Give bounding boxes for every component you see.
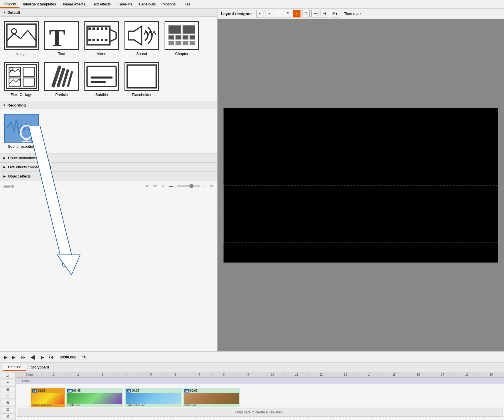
object-video[interactable]: Video (83, 19, 120, 58)
time-mark-label: Time mark: (344, 11, 363, 16)
tl-tool-6[interactable]: ⊡ (1, 407, 14, 412)
object-placeholder[interactable]: Placeholder (123, 60, 160, 98)
clip-birds[interactable]: AB 00:05 Birds online.jpg (124, 388, 182, 407)
object-effects-section[interactable]: ▶ Object effects (0, 171, 217, 181)
chapter-label: Chapter (175, 52, 188, 56)
ruler-2: 2 (66, 373, 90, 376)
layout-option-btn[interactable]: ⊞▾ (330, 10, 340, 17)
ab-badge-first: AB (32, 389, 37, 393)
fast-forward-button[interactable]: ⏭ (48, 354, 54, 360)
playhead[interactable] (28, 384, 28, 407)
align-right-btn[interactable]: ⊣ (321, 10, 328, 17)
svg-rect-9 (88, 39, 91, 41)
svg-line-15 (110, 39, 116, 42)
ruler-17: 17 (430, 373, 454, 376)
ruler-9: 9 (236, 373, 260, 376)
clip-colibri[interactable]: AB 00:05 Colibri.jpg (66, 388, 123, 407)
grid-btn[interactable]: # (284, 10, 291, 17)
clip-name-colibri: Colibri.jpg (67, 404, 80, 406)
svg-rect-20 (169, 35, 174, 39)
objects-grid: Image T Text (0, 17, 217, 101)
minus-btn[interactable]: — (275, 10, 282, 17)
check-btn[interactable]: ✓ (266, 10, 273, 17)
menu-fade-ins[interactable]: Fade-ins (114, 1, 136, 7)
search-input[interactable] (2, 184, 143, 188)
tl-tool-7[interactable]: ⊕ (1, 413, 14, 419)
zoom-out-button[interactable]: — (168, 183, 174, 189)
menu-intelligent-templates[interactable]: Intelligent templates (19, 1, 60, 7)
object-effects-label: Object effects (8, 174, 31, 178)
object-image[interactable]: Image (3, 19, 40, 58)
step-play-button[interactable]: ▶| (11, 354, 18, 360)
clip-thumb-first (32, 393, 64, 404)
live-effects-arrow: ▶ (3, 165, 6, 169)
subtitle-label: Subtitle (95, 92, 108, 97)
svg-point-1 (11, 29, 16, 33)
route-section[interactable]: ▶ Route animations (0, 153, 217, 162)
clip-first[interactable]: AB 00:05 golden light.jpg (31, 388, 65, 407)
subtitle-icon (85, 63, 118, 90)
tl-tool-3[interactable]: ⊞ (1, 387, 14, 392)
recording-title: Recording (7, 103, 26, 107)
svg-rect-11 (97, 39, 99, 41)
menu-image-effects[interactable]: Image effects (60, 1, 89, 7)
clip-name-dogs: 3 dogs.jpg (184, 404, 197, 406)
object-sound[interactable]: Sound (123, 19, 160, 58)
settings-button[interactable]: ⚙ (209, 183, 215, 189)
next-frame-button[interactable]: |▶ (38, 354, 45, 360)
align-left-btn[interactable]: ⊢ (311, 10, 319, 17)
tl-tool-4[interactable]: ⊟ (1, 393, 14, 399)
tab-timeline[interactable]: Timeline (3, 364, 26, 371)
recording-section-header[interactable]: ▼ Recording (0, 101, 217, 109)
playback-bar: ▶ ▶| ⏮ ◀| |▶ ⏭ 00:00.000 👁 (0, 352, 504, 363)
tl-tool-2[interactable]: ✂ (1, 380, 14, 385)
rewind-button[interactable]: ⏮ (20, 354, 27, 360)
object-text[interactable]: T Text (43, 19, 80, 58)
tl-tool-1[interactable]: ≡| (1, 373, 14, 378)
menu-motions[interactable]: Motions (159, 1, 179, 7)
tl-tool-5[interactable]: ⊠ (1, 400, 14, 405)
timeline-settings-button[interactable]: 👁 (81, 354, 88, 360)
clear-search-button[interactable]: ✕ (145, 183, 150, 189)
svg-rect-19 (183, 25, 195, 33)
flexi-collage-icon (5, 63, 38, 90)
tab-storyboard[interactable]: Storyboard (26, 364, 54, 370)
svg-rect-6 (97, 27, 99, 30)
live-effects-section[interactable]: ▶ Live effects / Video effects (0, 162, 217, 171)
clip-thumb-birds (126, 393, 181, 404)
svg-rect-8 (105, 27, 108, 30)
object-effects-arrow: ▶ (3, 175, 6, 178)
fit-btn[interactable]: ⊡ (302, 10, 310, 17)
menu-objects[interactable]: Objects (0, 1, 19, 8)
object-subtitle[interactable]: Subtitle (83, 60, 120, 98)
object-chapter[interactable]: Chapter (163, 19, 200, 58)
menu-fade-outs[interactable]: Fade-outs (136, 1, 159, 7)
ab-badge-birds: AB (126, 389, 131, 393)
zoom-in-button[interactable]: + (203, 183, 207, 189)
particle-label: Particle (55, 92, 68, 97)
zoom-slider-thumb[interactable] (189, 184, 193, 188)
menu-files[interactable]: Files (179, 1, 194, 7)
select-tool-btn[interactable]: ↖ (256, 10, 264, 17)
object-particle[interactable]: Particle (43, 60, 80, 98)
prev-frame-button[interactable]: ◀| (29, 354, 36, 360)
default-section-header[interactable]: ▼ Default (0, 9, 217, 17)
play-button[interactable]: ▶ (3, 354, 9, 360)
star-button[interactable]: ☆ (160, 183, 166, 189)
sound-icon (125, 22, 158, 49)
object-flexi-collage[interactable]: Flexi-Collage (3, 60, 40, 98)
sound-icon-box (124, 21, 159, 50)
svg-rect-7 (101, 27, 103, 30)
ruler-18: 18 (454, 373, 479, 376)
eye-button[interactable]: 👁 (152, 183, 158, 189)
sound-recording-item[interactable]: Sound recording (3, 112, 40, 150)
placeholder-icon (125, 63, 158, 90)
chapter-bar: — Chap... (16, 378, 504, 384)
ruler-12: 12 (309, 373, 333, 376)
timeline-main: 0 min 1 2 3 4 5 6 7 8 9 10 11 12 13 14 1… (16, 372, 504, 420)
recording-arrow: ▼ (3, 104, 6, 107)
curve-btn[interactable]: ~ (293, 10, 301, 17)
clip-dogs[interactable]: AB 00:05 3 dogs.jpg (183, 388, 240, 407)
menu-text-effects[interactable]: Text effects (89, 1, 114, 7)
svg-rect-26 (183, 41, 188, 46)
